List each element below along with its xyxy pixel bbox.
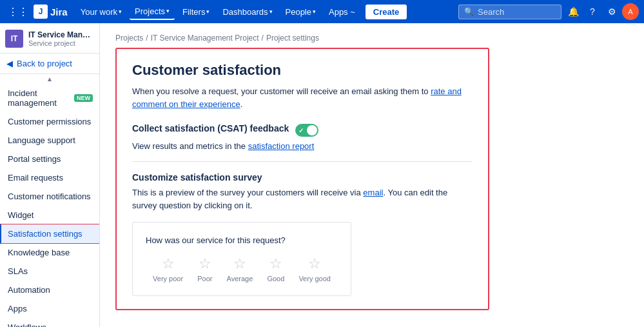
survey-title: Customize satisfaction survey <box>132 172 473 183</box>
breadcrumb: Projects / IT Service Management Project… <box>115 34 629 43</box>
jira-logo[interactable]: J Jira <box>34 5 68 19</box>
search-placeholder: Search <box>478 7 504 17</box>
breadcrumb-project[interactable]: IT Service Management Project <box>151 34 259 43</box>
star-label-5: Very good <box>298 275 331 282</box>
settings-icon[interactable]: ⚙ <box>603 3 621 21</box>
chevron-down-icon: ▾ <box>313 8 316 15</box>
toggle-check-icon: ✓ <box>298 127 304 134</box>
project-icon: IT <box>5 30 23 48</box>
notifications-icon[interactable]: 🔔 <box>564 3 582 21</box>
create-button[interactable]: Create <box>366 5 407 19</box>
grid-icon[interactable]: ⋮⋮ <box>5 3 31 21</box>
breadcrumb-current: Project settings <box>266 34 319 43</box>
star-label-4: Good <box>267 275 284 282</box>
search-bar[interactable]: 🔍 Search <box>458 5 561 19</box>
back-icon: ◀ <box>6 59 13 68</box>
star-icon-3: ☆ <box>233 255 246 272</box>
content-card: Customer satisfaction When you resolve a… <box>115 48 489 310</box>
sidebar-project-header[interactable]: IT IT Service Management ... Service pro… <box>0 23 99 54</box>
sidebar-item-customer-notifications[interactable]: Customer notifications <box>0 187 99 206</box>
csat-toggle-row: Collect satisfaction (CSAT) feedback ✓ <box>132 123 473 137</box>
page-description: When you resolve a request, your custome… <box>132 85 473 110</box>
chevron-down-icon: ▾ <box>206 8 210 15</box>
back-to-project[interactable]: ◀ Back to project <box>0 54 99 74</box>
section-divider <box>132 161 473 162</box>
survey-section: Customize satisfaction survey This is a … <box>132 172 473 296</box>
csat-sub: View results and metrics in the satisfac… <box>132 141 473 151</box>
star-poor[interactable]: ☆ Poor <box>197 255 212 282</box>
nav-projects[interactable]: Projects ▾ <box>130 4 175 20</box>
page-title: Customer satisfaction <box>132 62 473 79</box>
sidebar-item-slas[interactable]: SLAs <box>0 262 99 281</box>
survey-question: How was our service for this request? <box>146 235 338 245</box>
sidebar-item-automation[interactable]: Automation <box>0 281 99 299</box>
csat-toggle[interactable]: ✓ <box>295 124 318 137</box>
nav-people[interactable]: People ▾ <box>280 5 321 19</box>
star-label-1: Very poor <box>153 275 183 282</box>
star-very-good[interactable]: ☆ Very good <box>298 255 331 282</box>
star-good[interactable]: ☆ Good <box>267 255 284 282</box>
survey-preview[interactable]: How was our service for this request? ☆ … <box>132 222 351 296</box>
chevron-down-icon: ▾ <box>119 8 122 15</box>
sidebar-item-customer-permissions[interactable]: Customer permissions <box>0 112 99 131</box>
chevron-down-icon: ▾ <box>166 8 170 14</box>
new-badge: NEW <box>74 94 93 102</box>
nav-your-work[interactable]: Your work ▾ <box>75 5 127 19</box>
email-link[interactable]: email <box>363 188 383 197</box>
sidebar-item-email-requests[interactable]: Email requests <box>0 168 99 187</box>
breadcrumb-sep-1: / <box>146 34 148 43</box>
help-icon[interactable]: ? <box>583 3 601 21</box>
nav-filters[interactable]: Filters ▾ <box>177 5 215 19</box>
search-icon: 🔍 <box>464 7 474 16</box>
toggle-knob <box>307 125 317 135</box>
main-layout: IT IT Service Management ... Service pro… <box>0 23 644 327</box>
sidebar-item-incident-management[interactable]: Incident management NEW <box>0 84 99 112</box>
nav-apps[interactable]: Apps ~ <box>324 5 360 19</box>
star-icon-1: ☆ <box>162 255 175 272</box>
project-type: Service project <box>28 39 94 47</box>
scroll-up-indicator: ▲ <box>0 74 99 84</box>
sidebar: IT IT Service Management ... Service pro… <box>0 23 100 327</box>
topnav-icon-group: 🔔 ? ⚙ A <box>564 3 639 21</box>
breadcrumb-projects[interactable]: Projects <box>115 34 143 43</box>
nav-dashboards[interactable]: Dashboards ▾ <box>217 5 277 19</box>
sidebar-item-widget[interactable]: Widget <box>0 206 99 224</box>
sidebar-item-knowledge-base[interactable]: Knowledge base <box>0 243 99 262</box>
user-avatar[interactable]: A <box>622 3 639 20</box>
sidebar-item-satisfaction-settings[interactable]: Satisfaction settings <box>0 224 99 243</box>
survey-note: This is a preview of the survey your cus… <box>132 186 473 212</box>
star-label-3: Average <box>227 275 253 282</box>
sidebar-item-language-support[interactable]: Language support <box>0 131 99 150</box>
star-icon-5: ☆ <box>308 255 321 272</box>
sidebar-item-apps[interactable]: Apps <box>0 299 99 318</box>
sidebar-item-workflows[interactable]: Workflows <box>0 318 99 327</box>
main-content: Projects / IT Service Management Project… <box>100 23 644 327</box>
star-rating-row: ☆ Very poor ☆ Poor ☆ Average ☆ <box>146 255 338 282</box>
star-icon-2: ☆ <box>199 255 211 272</box>
rate-link[interactable]: rate and comment on their experience <box>132 86 462 109</box>
chevron-down-icon: ▾ <box>269 8 273 15</box>
csat-section: Collect satisfaction (CSAT) feedback ✓ V… <box>132 123 473 151</box>
star-very-poor[interactable]: ☆ Very poor <box>153 255 183 282</box>
star-icon-4: ☆ <box>269 255 282 272</box>
project-name: IT Service Management ... <box>28 30 94 39</box>
breadcrumb-sep-2: / <box>262 34 264 43</box>
top-navigation: ⋮⋮ J Jira Your work ▾ Projects ▾ Filters… <box>0 0 644 23</box>
csat-title: Collect satisfaction (CSAT) feedback <box>132 123 289 134</box>
star-label-2: Poor <box>197 275 212 282</box>
satisfaction-report-link[interactable]: satisfaction report <box>248 141 315 151</box>
sidebar-item-portal-settings[interactable]: Portal settings <box>0 150 99 168</box>
star-average[interactable]: ☆ Average <box>227 255 253 282</box>
